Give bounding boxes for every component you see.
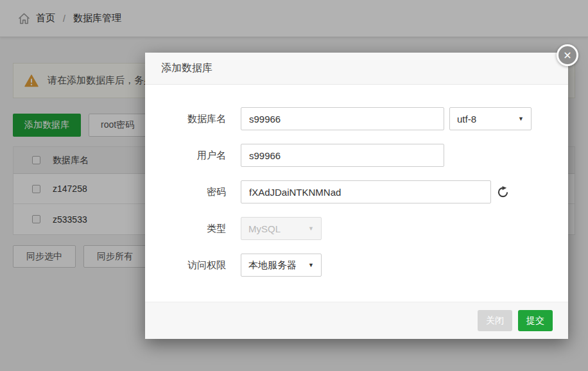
access-select[interactable]: 本地服务器 ▼: [241, 254, 322, 277]
modal-body: 数据库名 utf-8 ▼ 用户名 密码: [145, 85, 568, 277]
access-selected-value: 本地服务器: [248, 259, 297, 272]
type-label: 类型: [145, 223, 226, 235]
db-name-label: 数据库名: [145, 113, 226, 125]
chevron-down-icon: ▼: [518, 116, 524, 122]
modal-footer: 关闭 提交: [145, 302, 568, 339]
regenerate-password-icon[interactable]: [497, 186, 509, 198]
username-label: 用户名: [145, 150, 226, 162]
username-input[interactable]: [241, 144, 444, 167]
form-row-access: 访问权限 本地服务器 ▼: [145, 254, 568, 277]
submit-button[interactable]: 提交: [518, 310, 553, 331]
add-database-modal: 添加数据库 ✕ 数据库名 utf-8 ▼ 用户名 密码: [145, 53, 568, 339]
close-icon[interactable]: ✕: [557, 44, 578, 66]
form-row-username: 用户名: [145, 144, 568, 167]
form-row-password: 密码: [145, 180, 568, 203]
db-name-input[interactable]: [241, 107, 444, 130]
screen: 首页 / 数据库管理 请在添加数据库后，务必 添加数据库 root密码 数据库名…: [0, 0, 588, 371]
password-input[interactable]: [241, 180, 491, 203]
close-button[interactable]: 关闭: [478, 310, 512, 331]
charset-select[interactable]: utf-8 ▼: [449, 107, 532, 130]
password-label: 密码: [145, 186, 226, 198]
charset-selected-value: utf-8: [457, 114, 476, 125]
form-row-type: 类型 MySQL ▼: [145, 217, 568, 240]
access-label: 访问权限: [145, 259, 226, 272]
chevron-down-icon: ▼: [308, 225, 314, 232]
chevron-down-icon: ▼: [308, 262, 314, 268]
type-select: MySQL ▼: [241, 217, 322, 240]
type-selected-value: MySQL: [248, 223, 281, 234]
modal-header: 添加数据库: [145, 53, 568, 85]
form-row-db-name: 数据库名 utf-8 ▼: [145, 107, 568, 130]
modal-title: 添加数据库: [161, 62, 212, 75]
